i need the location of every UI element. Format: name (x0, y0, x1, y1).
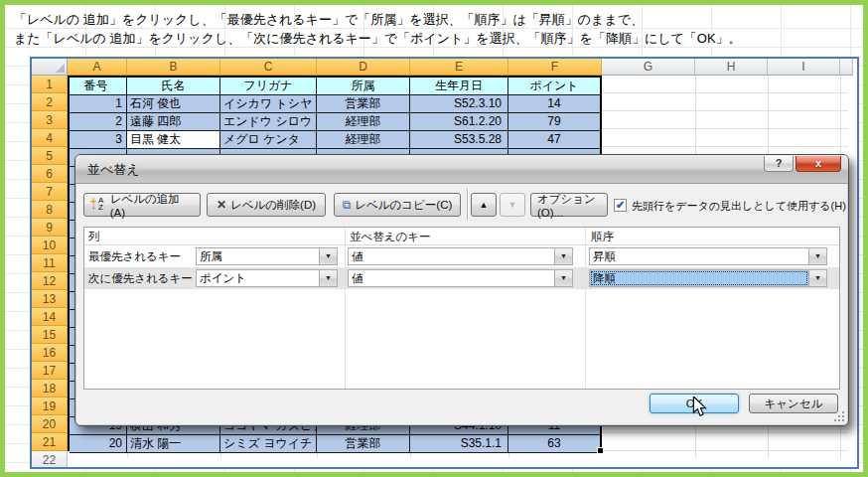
cell-b2[interactable]: 石河 俊也 (127, 95, 220, 113)
dialog-title: 並べ替え (87, 161, 140, 179)
row-header-17[interactable]: 17 (32, 362, 68, 380)
instruction-line-1: 「レベルの 追加」をクリックし、「最優先されるキー」で「所属」を選択、「順序」は… (14, 11, 644, 29)
col-header-D[interactable]: D (317, 59, 410, 76)
fill-handle[interactable] (597, 447, 604, 454)
row-header-6[interactable]: 6 (32, 165, 68, 183)
row-header-12[interactable]: 12 (32, 272, 68, 290)
table-row: 1 石河 俊也 イシカワ トシヤ 営業部 S52.3.10 14 (70, 95, 600, 113)
column-header-label: 列 (88, 230, 100, 244)
row-header-1[interactable]: 1 (32, 76, 68, 93)
cell-c21[interactable]: シミズ ヨウイチ (220, 435, 317, 453)
table-row: 2 遠藤 四郎 エンドウ シロウ 経理部 S61.2.20 79 (70, 113, 600, 131)
row-header-4[interactable]: 4 (32, 129, 68, 147)
sort-levels-panel: 列 並べ替えのキー 順序 最優先されるキー 所属 ▼ 値 ▼ 昇順 ▼ (83, 227, 840, 390)
col-header-C[interactable]: C (220, 59, 317, 76)
cell-e21[interactable]: S35.1.1 (410, 435, 508, 453)
copy-level-button[interactable]: ⧉ レベルのコピー(C) (334, 193, 461, 217)
col-header-E[interactable]: E (410, 59, 508, 76)
cell-e2[interactable]: S52.3.10 (410, 95, 508, 113)
cell-e4[interactable]: S53.5.28 (410, 131, 508, 149)
header-row-checkbox-label[interactable]: 先頭行をデータの見出しとして使用する(H) (632, 199, 846, 214)
row-header-16[interactable]: 16 (32, 344, 68, 362)
header-cell-pts[interactable]: ポイント (508, 78, 600, 95)
cell-d2[interactable]: 営業部 (317, 95, 410, 113)
cell-d3[interactable]: 経理部 (317, 113, 410, 131)
cell-a2[interactable]: 1 (70, 95, 127, 113)
cell-e3[interactable]: S61.2.20 (410, 113, 508, 131)
row-header-8[interactable]: 8 (32, 201, 68, 219)
chevron-down-icon[interactable]: ▼ (319, 270, 337, 286)
row-header-20[interactable]: 20 (32, 415, 68, 433)
sort-on-dropdown-2[interactable]: 値 ▼ (348, 269, 573, 287)
row-header-21[interactable]: 21 (32, 433, 68, 451)
row-header-9[interactable]: 9 (32, 219, 68, 237)
cell-d21[interactable]: 営業部 (317, 435, 410, 453)
delete-level-icon: ✕ (217, 198, 226, 212)
order-dropdown-1[interactable]: 昇順 ▼ (589, 247, 827, 265)
header-cell-dept[interactable]: 所属 (317, 78, 410, 95)
header-cell-name[interactable]: 氏名 (127, 78, 220, 95)
col-header-A[interactable]: A (68, 59, 127, 76)
cell-c4[interactable]: メグロ ケンタ (220, 131, 317, 149)
resize-grip[interactable] (833, 410, 845, 422)
sort-level-row-2[interactable]: 次に優先されるキー ポイント ▼ 値 ▼ 降順 ▼ (84, 267, 839, 289)
col-header-partial (840, 59, 853, 76)
row-header-22[interactable]: 22 (32, 451, 68, 469)
cell-b3[interactable]: 遠藤 四郎 (127, 113, 220, 131)
row-header-15[interactable]: 15 (32, 326, 68, 344)
sort-by-key-dropdown[interactable]: 所属 ▼ (196, 247, 338, 265)
help-button[interactable]: ? (764, 156, 794, 172)
close-button[interactable]: x (796, 156, 841, 172)
col-header-I[interactable]: I (768, 59, 840, 76)
cell-a21[interactable]: 20 (70, 435, 127, 453)
row-header-10[interactable]: 10 (32, 237, 68, 254)
header-cell-dob[interactable]: 生年月日 (410, 78, 508, 95)
add-level-button[interactable]: + A Z ↓ レベルの追加(A) (83, 193, 201, 217)
then-by-key-dropdown[interactable]: ポイント ▼ (196, 269, 338, 287)
select-all-corner[interactable] (32, 59, 68, 76)
row-header-3[interactable]: 3 (32, 111, 68, 129)
chevron-down-icon[interactable]: ▼ (808, 270, 826, 286)
order-dropdown-2-selected[interactable]: 降順 ▼ (589, 269, 827, 287)
col-header-H[interactable]: H (695, 59, 768, 76)
cell-a3[interactable]: 2 (70, 113, 127, 131)
chevron-down-icon[interactable]: ▼ (808, 248, 826, 264)
cell-b21[interactable]: 清水 陽一 (127, 435, 220, 453)
cell-c2[interactable]: イシカワ トシヤ (220, 95, 317, 113)
table-row: 3 目黒 健太 メグロ ケンタ 経理部 S53.5.28 47 (70, 131, 600, 149)
col-header-G[interactable]: G (602, 59, 695, 76)
row-header-19[interactable]: 19 (32, 398, 68, 415)
instruction-line-2: また「レベルの 追加」をクリックし、「次に優先されるキー」で「ポイント」を選択、… (14, 30, 742, 48)
cell-f4[interactable]: 47 (508, 131, 600, 149)
active-cell-b4[interactable]: 目黒 健太 (127, 131, 220, 149)
cell-c3[interactable]: エンドウ シロウ (220, 113, 317, 131)
options-button[interactable]: オプション(O)... (530, 193, 608, 217)
header-row-checkbox[interactable]: ✔ (614, 199, 627, 212)
header-cell-kana[interactable]: フリガナ (220, 78, 317, 95)
chevron-down-icon[interactable]: ▼ (319, 248, 337, 264)
row-header-18[interactable]: 18 (32, 380, 68, 398)
delete-level-button[interactable]: ✕ レベルの削除(D) (207, 193, 326, 217)
col-header-F[interactable]: F (508, 59, 602, 76)
move-up-button[interactable]: ▲ (471, 193, 497, 217)
row-header-11[interactable]: 11 (32, 254, 68, 272)
chevron-down-icon[interactable]: ▼ (554, 248, 572, 264)
row-header-13[interactable]: 13 (32, 290, 68, 308)
row-header-14[interactable]: 14 (32, 308, 68, 326)
cell-a4[interactable]: 3 (70, 131, 127, 149)
move-down-button[interactable]: ▼ (500, 193, 525, 217)
dialog-title-bar[interactable]: 並べ替え ? x (75, 155, 848, 184)
row-header-7[interactable]: 7 (32, 183, 68, 201)
cell-f2[interactable]: 14 (508, 95, 600, 113)
header-cell-no[interactable]: 番号 (70, 78, 127, 95)
cell-f3[interactable]: 79 (508, 113, 600, 131)
row-header-2[interactable]: 2 (32, 93, 68, 111)
chevron-down-icon[interactable]: ▼ (554, 270, 572, 286)
row-header-5[interactable]: 5 (32, 147, 68, 165)
cell-d4[interactable]: 経理部 (317, 131, 410, 149)
cancel-button[interactable]: キャンセル (749, 394, 838, 413)
cell-f21[interactable]: 63 (508, 435, 600, 453)
sort-on-dropdown-1[interactable]: 値 ▼ (348, 247, 573, 265)
col-header-B[interactable]: B (127, 59, 220, 76)
sort-level-row-1[interactable]: 最優先されるキー 所属 ▼ 値 ▼ 昇順 ▼ (84, 245, 839, 267)
